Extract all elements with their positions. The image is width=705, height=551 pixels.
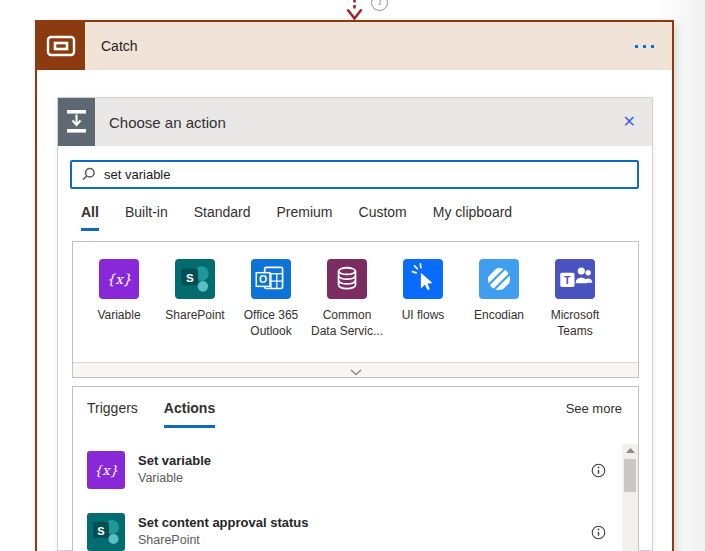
outlook-icon: O (251, 259, 291, 299)
action-item-title: Set content approval status (138, 514, 308, 532)
connector-encodian[interactable]: Encodian (461, 259, 537, 339)
category-tabs: All Built-in Standard Premium Custom My … (81, 204, 512, 231)
action-item-subtitle: Variable (138, 470, 211, 488)
connector-office365-outlook[interactable]: O Office 365Outlook (233, 259, 309, 339)
action-item-set-content-approval-status[interactable]: S Set content approval status SharePoint (73, 501, 638, 551)
connector-row: {x} Variable S (73, 242, 638, 339)
search-box (70, 160, 639, 189)
svg-text:{x}: {x} (94, 463, 118, 478)
scroll-up-button[interactable] (622, 444, 638, 457)
tab-triggers[interactable]: Triggers (87, 400, 138, 428)
striped-circle-icon (479, 259, 519, 299)
info-icon[interactable]: i (371, 0, 388, 11)
action-list: {x} Set variable Variable (73, 439, 638, 551)
connector-sharepoint[interactable]: S SharePoint (157, 259, 233, 339)
svg-text:{x}: {x} (106, 271, 131, 287)
svg-text:S: S (97, 525, 104, 537)
action-item-subtitle: SharePoint (138, 532, 308, 550)
connector-common-data-service[interactable]: CommonData Servic... (309, 259, 385, 339)
more-menu-button[interactable] (626, 39, 658, 54)
connector-microsoft-teams[interactable]: T MicrosoftTeams (537, 259, 613, 339)
scope-title: Catch (101, 38, 138, 54)
cursor-click-icon (403, 259, 443, 299)
catch-scope-header[interactable]: Catch (37, 22, 672, 70)
tab-my-clipboard[interactable]: My clipboard (433, 204, 512, 231)
browse-tabs: Triggers Actions See more (73, 387, 638, 428)
see-more-link[interactable]: See more (566, 401, 622, 416)
search-icon (81, 167, 96, 182)
add-action-icon (58, 98, 95, 146)
tab-built-in[interactable]: Built-in (125, 204, 168, 231)
dialog-title: Choose an action (109, 114, 226, 131)
triangle-up-icon (626, 448, 635, 453)
close-button[interactable]: ✕ (617, 110, 642, 134)
chevron-down-icon (349, 368, 363, 377)
collapse-button[interactable] (73, 362, 638, 377)
connector-arrow-icon (344, 0, 365, 21)
action-item-set-variable[interactable]: {x} Set variable Variable (73, 439, 638, 501)
search-input[interactable] (104, 167, 637, 182)
tab-all[interactable]: All (81, 204, 99, 231)
scrollbar[interactable] (622, 444, 638, 551)
tab-actions[interactable]: Actions (164, 400, 215, 428)
info-icon[interactable] (589, 461, 608, 480)
variable-icon: {x} (87, 451, 125, 489)
action-item-title: Set variable (138, 452, 211, 470)
tab-standard[interactable]: Standard (194, 204, 251, 231)
flow-designer-canvas: i Catch (0, 0, 705, 551)
scope-icon (37, 22, 85, 70)
connector-panel: {x} Variable S (72, 241, 639, 378)
catch-scope-card: Catch Choose an action ✕ (35, 20, 674, 551)
tab-custom[interactable]: Custom (359, 204, 407, 231)
connector-variable[interactable]: {x} Variable (81, 259, 157, 339)
dialog-header: Choose an action ✕ (58, 98, 652, 146)
scroll-thumb[interactable] (624, 459, 636, 492)
variable-icon: {x} (99, 259, 139, 299)
tab-premium[interactable]: Premium (277, 204, 333, 231)
database-icon (327, 259, 367, 299)
sharepoint-icon: S (87, 513, 125, 551)
svg-text:T: T (564, 274, 571, 286)
connector-ui-flows[interactable]: UI flows (385, 259, 461, 339)
sharepoint-icon: S (175, 259, 215, 299)
svg-text:O: O (259, 273, 267, 285)
results-panel: Triggers Actions See more {x} Set variab… (72, 386, 639, 551)
teams-icon: T (555, 259, 595, 299)
svg-text:S: S (186, 272, 194, 284)
info-icon[interactable] (589, 523, 608, 542)
choose-action-dialog: Choose an action ✕ All Built-in Standard… (57, 97, 653, 551)
